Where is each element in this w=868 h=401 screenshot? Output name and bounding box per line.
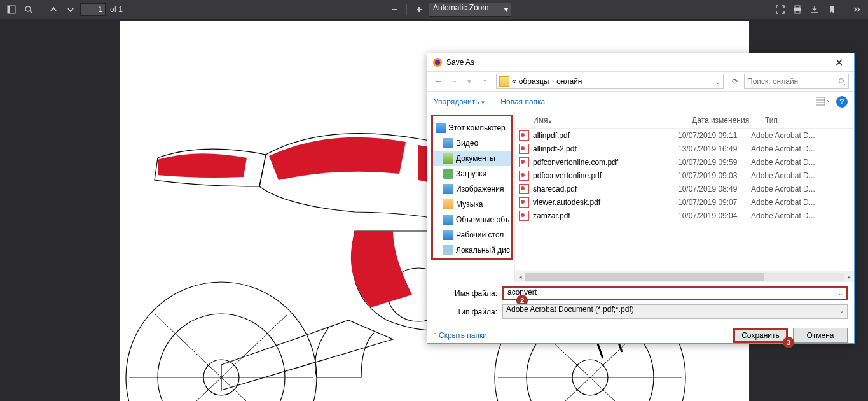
firefox-icon [432, 57, 443, 67]
prev-page-icon[interactable] [46, 3, 61, 17]
svg-line-18 [155, 377, 221, 401]
nav-recent-icon[interactable]: ▾ [463, 75, 476, 88]
save-as-dialog: Save As ✕ ← → ▾ ↑ « образцы › онлайн ⌄ ⟳… [427, 53, 855, 344]
file-type: Adobe Acrobat D... [751, 211, 815, 220]
file-row[interactable]: viewer.autodesk.pdf10/07/2019 09:07Adobe… [515, 195, 854, 209]
tree-3d-objects[interactable]: Объемные объ [433, 212, 511, 227]
pdf-icon [519, 144, 529, 154]
fullscreen-icon[interactable] [773, 3, 788, 17]
pdf-icon [519, 184, 529, 194]
nav-forward-icon[interactable]: → [448, 75, 460, 88]
tree-desktop[interactable]: Рабочий стол [433, 227, 511, 243]
desktop-icon [443, 230, 453, 240]
tree-documents[interactable]: Документы [433, 151, 511, 166]
file-row[interactable]: sharecad.pdf10/07/2019 08:49Adobe Acroba… [515, 182, 854, 195]
sort-asc-icon: ▴ [549, 118, 551, 124]
svg-rect-7 [795, 6, 800, 8]
file-type: Adobe Acrobat D... [751, 198, 815, 207]
file-row[interactable]: allinpdf.pdf10/07/2019 09:11Adobe Acroba… [515, 129, 854, 142]
new-folder-button[interactable]: Новая папка [500, 97, 545, 106]
file-row[interactable]: pdfconvertonline.com.pdf10/07/2019 09:59… [515, 155, 854, 169]
tree-images[interactable]: Изображения [433, 181, 511, 197]
file-date: 10/07/2019 08:49 [678, 185, 751, 193]
tree-local-disk[interactable]: Локальный дис [433, 243, 511, 258]
chevron-down-icon: ▾ [504, 5, 508, 14]
chevron-down-icon[interactable]: ⌄ [838, 290, 843, 297]
file-type: Adobe Acrobat D... [751, 144, 815, 153]
search-input[interactable]: Поиск: онлайн [744, 74, 849, 89]
music-icon [443, 199, 453, 209]
nav-back-icon[interactable]: ← [432, 75, 445, 88]
path-breadcrumb[interactable]: « образцы › онлайн ⌄ [496, 74, 724, 89]
pdf-icon [519, 197, 529, 208]
more-icon[interactable] [849, 3, 864, 17]
scroll-thumb[interactable] [525, 273, 764, 281]
close-icon[interactable]: ✕ [829, 57, 849, 69]
path-segment[interactable]: онлайн [556, 77, 582, 86]
col-name[interactable]: Имя▴ [533, 116, 692, 125]
sidebar-toggle-icon[interactable] [4, 3, 19, 17]
pdf-icon [519, 130, 529, 141]
chevron-right-icon: › [551, 78, 554, 85]
cancel-button[interactable]: Отмена [793, 328, 848, 343]
tree-downloads[interactable]: Загрузки [433, 166, 511, 181]
documents-icon [443, 153, 453, 164]
tree-this-pc[interactable]: Этот компьютер [433, 120, 511, 136]
h-scrollbar[interactable]: ◂▸ [515, 271, 854, 282]
help-icon[interactable]: ? [836, 96, 848, 108]
path-segment[interactable]: образцы [519, 77, 549, 86]
page-total-label: of 1 [110, 5, 123, 14]
annotation-box-1: 1 Этот компьютер Видео Документы Загрузк… [431, 115, 513, 260]
view-mode-icon[interactable] [816, 97, 830, 108]
video-icon [443, 138, 453, 148]
print-icon[interactable] [790, 3, 805, 17]
file-name: pdfconvertonline.com.pdf [533, 158, 678, 167]
hide-folders-link[interactable]: ˄Скрыть папки [434, 331, 487, 340]
svg-line-32 [843, 83, 845, 85]
next-page-icon[interactable] [63, 3, 78, 17]
bookmark-icon[interactable] [824, 3, 839, 17]
filetype-select[interactable]: Adobe Acrobat Document (*.pdf;*.pdf)⌄ [502, 304, 848, 319]
file-name: allinpdf-2.pdf [533, 144, 678, 153]
tree-music[interactable]: Музыка [433, 197, 511, 212]
filename-input[interactable]: aconvert⌄ [502, 286, 848, 300]
file-type: Adobe Acrobat D... [751, 185, 815, 193]
svg-point-31 [839, 79, 844, 83]
scroll-left-icon[interactable]: ◂ [515, 274, 525, 280]
dialog-title: Save As [446, 58, 825, 67]
find-icon[interactable] [21, 3, 36, 17]
refresh-icon[interactable]: ⟳ [729, 75, 741, 88]
file-date: 10/07/2019 09:59 [678, 158, 751, 167]
organize-menu[interactable]: Упорядочить▼ [434, 97, 485, 106]
tree-videos[interactable]: Видео [433, 136, 511, 151]
chevron-down-icon[interactable]: ⌄ [715, 78, 720, 86]
svg-line-3 [30, 11, 32, 13]
file-name: pdfconvertonline.pdf [533, 171, 678, 180]
zoom-select[interactable]: Automatic Zoom▾ [429, 3, 511, 17]
file-type: Adobe Acrobat D... [751, 158, 815, 167]
page-number-input[interactable] [80, 3, 106, 16]
svg-line-25 [590, 377, 657, 401]
col-type[interactable]: Тип [765, 116, 850, 125]
zoom-in-icon[interactable] [411, 3, 427, 17]
file-date: 10/07/2019 09:04 [678, 211, 751, 220]
file-row[interactable]: allinpdf-2.pdf13/07/2019 16:49Adobe Acro… [515, 142, 854, 155]
file-name: zamzar.pdf [533, 211, 678, 220]
file-row[interactable]: zamzar.pdf10/07/2019 09:04Adobe Acrobat … [515, 209, 854, 222]
file-row[interactable]: pdfconvertonline.pdf10/07/2019 09:03Adob… [515, 169, 854, 182]
download-icon[interactable] [807, 3, 822, 17]
col-date[interactable]: Дата изменения [692, 116, 765, 125]
save-button[interactable]: Сохранить [733, 328, 788, 343]
chevron-down-icon[interactable]: ⌄ [839, 307, 844, 314]
nav-up-icon[interactable]: ↑ [478, 75, 491, 88]
file-date: 10/07/2019 09:03 [678, 171, 751, 180]
svg-point-2 [25, 6, 31, 11]
file-name: sharecad.pdf [533, 185, 678, 193]
downloads-icon [443, 169, 453, 179]
chevron-up-icon: ˄ [434, 332, 437, 339]
file-date: 10/07/2019 09:11 [678, 131, 751, 140]
scroll-right-icon[interactable]: ▸ [844, 274, 854, 280]
zoom-out-icon[interactable] [387, 3, 402, 17]
pdf-icon [519, 157, 529, 167]
pdf-toolbar: of 1 Automatic Zoom▾ [0, 0, 868, 19]
